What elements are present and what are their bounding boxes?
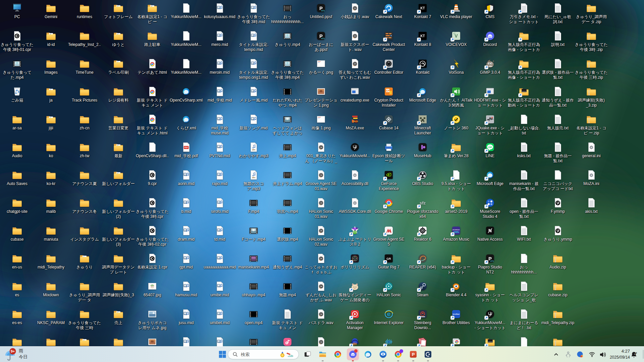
svg-text:z: z (634, 353, 635, 355)
svg-text:P: P (412, 352, 415, 357)
svg-text:NT2: NT2 (490, 260, 494, 262)
svg-text:NT2: NT2 (321, 38, 325, 40)
svg-text:brother: brother (453, 313, 460, 315)
svg-text:LINE: LINE (488, 146, 492, 148)
svg-text:V: V (454, 33, 458, 39)
svg-text:CP: CP (386, 89, 389, 92)
svg-text:PDF: PDF (184, 146, 189, 148)
svg-text:MP3: MP3 (252, 177, 256, 179)
svg-text:amazon: amazon (452, 229, 460, 231)
svg-text:GR: GR (386, 257, 391, 260)
svg-text:NT2: NT2 (321, 10, 325, 12)
svg-text:z: z (636, 351, 637, 354)
svg-text:9+: 9+ (11, 349, 15, 353)
svg-text:MP3: MP3 (252, 149, 256, 151)
svg-text:KT: KT (420, 34, 425, 38)
svg-text:KT: KT (420, 6, 425, 10)
svg-text:MoZA: MoZA (354, 120, 358, 122)
